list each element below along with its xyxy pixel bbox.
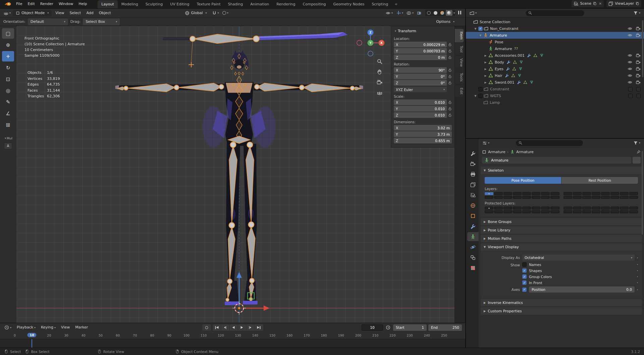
lock-icon[interactable]	[448, 68, 452, 72]
blender-menu-button[interactable]	[3, 0, 13, 8]
lock-icon[interactable]	[448, 81, 452, 85]
gizmo-neg-x-ball[interactable]	[357, 40, 362, 45]
meshdata-icon[interactable]	[533, 53, 537, 57]
tool-move[interactable]: +	[2, 51, 14, 61]
disable-in-renders-icon[interactable]	[636, 60, 641, 64]
properties-filter-button[interactable]: ▾	[632, 140, 641, 146]
workspace-tab-scripting[interactable]: Scripting	[368, 0, 392, 8]
layer-toggle[interactable]	[532, 196, 540, 199]
properties-tab-tool[interactable]	[467, 149, 479, 158]
new-viewlayer-icon[interactable]	[636, 2, 639, 5]
layer-toggle[interactable]	[582, 210, 591, 213]
hide-in-viewport-icon[interactable]	[628, 66, 632, 71]
viewport-menu-add[interactable]: Add	[84, 9, 96, 17]
tool-transform[interactable]: ◎	[2, 85, 14, 96]
hide-in-viewport-icon[interactable]	[628, 60, 632, 64]
skeleton-panel-header[interactable]: ▼Skeleton	[481, 167, 642, 174]
drag-mode-dropdown[interactable]: Select Box▾	[83, 18, 120, 25]
properties-tab-physics[interactable]	[467, 242, 479, 252]
layer-toggle[interactable]	[582, 192, 591, 195]
layer-toggle[interactable]	[522, 192, 531, 195]
hide-in-viewport-icon[interactable]	[628, 26, 632, 31]
layer-toggle[interactable]	[541, 196, 550, 199]
outliner-row-armature[interactable]: Armature77	[466, 45, 644, 52]
layer-toggle[interactable]	[485, 207, 493, 210]
new-scene-icon[interactable]	[593, 2, 597, 5]
hide-in-viewport-icon[interactable]	[628, 33, 632, 38]
layer-toggle[interactable]	[550, 196, 559, 199]
layer-toggle[interactable]	[573, 196, 582, 199]
disclosure-arrow-icon[interactable]: ▼	[474, 27, 477, 30]
sword-object[interactable]	[163, 32, 347, 68]
layer-toggle[interactable]	[564, 192, 572, 195]
outliner-row-body[interactable]: ▶Body	[466, 59, 644, 65]
layer-toggle[interactable]	[550, 207, 559, 210]
meshdata-icon[interactable]	[523, 80, 527, 84]
proportional-editing-button[interactable]: ▾	[221, 10, 229, 15]
shading-wireframe-button[interactable]	[426, 10, 432, 16]
workspace-tab-uv-editing[interactable]: UV Editing	[166, 0, 193, 8]
axes-checkbox[interactable]: ✓	[522, 287, 527, 292]
auto-key-button[interactable]	[202, 324, 211, 331]
properties-scrollbar[interactable]	[642, 151, 643, 235]
sidebar-tab-edit[interactable]: Edit	[455, 85, 464, 97]
layer-toggle[interactable]	[629, 196, 638, 199]
pan-hand-icon[interactable]	[378, 70, 381, 74]
wrench-icon[interactable]	[505, 74, 509, 78]
field-scale-x[interactable]: X0.010	[394, 99, 447, 105]
sidebar-tab-item[interactable]: Item	[455, 29, 464, 42]
outliner-row-non-constraint[interactable]: ▼✓Non_Constraint	[466, 25, 644, 32]
timeline-menu-playback[interactable]: Playback▾	[14, 324, 38, 331]
layer-toggle[interactable]	[541, 207, 550, 210]
panel-bone-groups[interactable]: ▶Bone Groups	[481, 218, 642, 225]
layer-toggle[interactable]	[601, 210, 610, 213]
viewport-menu-select[interactable]: Select	[67, 9, 84, 17]
outliner-editor-type-button[interactable]: ▾	[469, 10, 478, 16]
lock-icon[interactable]	[448, 113, 452, 117]
field-rotation-z[interactable]: Z0°	[394, 80, 447, 86]
layer-toggle[interactable]	[610, 210, 619, 213]
panel-custom-properties[interactable]: ▶Custom Properties	[481, 307, 642, 315]
panel-pose-library[interactable]: ▶Pose Library	[481, 226, 642, 234]
tool-add-cube[interactable]: ⊞	[2, 120, 14, 130]
layer-toggle[interactable]	[532, 207, 540, 210]
menu-window[interactable]: Window	[56, 0, 76, 8]
layer-toggle[interactable]	[503, 192, 512, 195]
disclosure-arrow-icon[interactable]: ▶	[484, 61, 487, 64]
timeline-editor-type-button[interactable]: ▾	[3, 324, 12, 330]
playhead-chip[interactable]: 10	[28, 333, 37, 337]
disclosure-arrow-icon[interactable]: ▶	[484, 68, 487, 71]
layer-toggle[interactable]	[503, 210, 512, 213]
properties-search-input[interactable]	[516, 140, 583, 146]
layer-toggle[interactable]	[522, 196, 531, 199]
tool-measure[interactable]: ∠	[2, 108, 14, 119]
properties-tab-object[interactable]	[467, 211, 479, 220]
layer-toggle[interactable]	[485, 210, 493, 213]
move-gizmo-x-handle[interactable]	[264, 305, 270, 311]
layer-toggle[interactable]	[550, 192, 559, 195]
vgroup-icon[interactable]	[519, 60, 523, 64]
preview-range-clock-icon[interactable]	[385, 324, 391, 330]
properties-tab-modifier[interactable]	[467, 222, 479, 231]
rotation-mode-dropdown[interactable]: XYZ Euler▾	[394, 87, 447, 92]
disclosure-arrow-icon[interactable]: ▶	[484, 81, 487, 84]
sidebar-tab-tool[interactable]: Tool	[455, 43, 464, 55]
disable-in-renders-icon[interactable]	[636, 73, 641, 78]
tool-annotate[interactable]: ✎	[2, 97, 14, 107]
layer-toggle[interactable]	[494, 207, 503, 210]
layer-toggle[interactable]	[541, 210, 550, 213]
shading-material-button[interactable]	[439, 10, 446, 16]
outliner-row-armature[interactable]: ▼Armature	[466, 32, 644, 39]
vgroup-icon[interactable]	[530, 80, 534, 84]
field-location-z[interactable]: Z0 m	[394, 54, 447, 60]
tool-cursor[interactable]: ⊕	[2, 40, 14, 50]
disable-in-renders-icon[interactable]	[636, 33, 641, 38]
tool-scale[interactable]: ⊡	[2, 74, 14, 84]
outliner-row-scene-collection[interactable]: Scene Collection	[466, 18, 644, 25]
layer-toggle[interactable]	[620, 210, 629, 213]
layer-toggle[interactable]	[503, 207, 512, 210]
disable-in-renders-icon[interactable]	[636, 66, 641, 71]
pin-icon[interactable]	[636, 150, 641, 154]
fake-user-toggle[interactable]	[633, 157, 641, 164]
toggle-shapes[interactable]: ✓Shapes	[522, 268, 638, 273]
